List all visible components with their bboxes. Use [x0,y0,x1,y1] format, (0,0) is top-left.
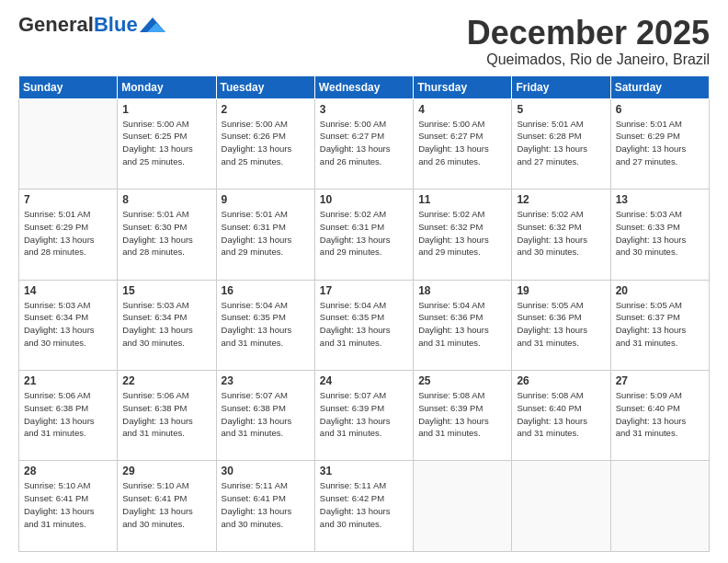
day-info: Sunrise: 5:02 AM Sunset: 6:32 PM Dayligh… [418,208,506,259]
calendar-week-row: 21Sunrise: 5:06 AM Sunset: 6:38 PM Dayli… [19,371,710,461]
calendar-day-cell: 20Sunrise: 5:05 AM Sunset: 6:37 PM Dayli… [610,280,709,370]
calendar-day-header: Wednesday [314,75,413,98]
day-info: Sunrise: 5:04 AM Sunset: 6:36 PM Dayligh… [418,299,506,350]
day-number: 31 [320,465,408,477]
calendar-day-header: Tuesday [216,75,314,98]
calendar-day-header: Thursday [414,75,512,98]
calendar-day-cell: 30Sunrise: 5:11 AM Sunset: 6:41 PM Dayli… [216,461,314,552]
day-info: Sunrise: 5:03 AM Sunset: 6:33 PM Dayligh… [616,208,704,259]
calendar-day-cell: 8Sunrise: 5:01 AM Sunset: 6:30 PM Daylig… [118,190,216,280]
day-info: Sunrise: 5:08 AM Sunset: 6:39 PM Dayligh… [418,389,506,440]
title-area: December 2025 Queimados, Rio de Janeiro,… [467,15,710,68]
calendar-day-cell: 15Sunrise: 5:03 AM Sunset: 6:34 PM Dayli… [118,280,216,370]
calendar-day-header: Saturday [610,75,709,98]
calendar-day-header: Friday [512,75,610,98]
day-info: Sunrise: 5:05 AM Sunset: 6:36 PM Dayligh… [517,299,605,350]
logo-icon [140,17,165,32]
calendar-day-cell: 18Sunrise: 5:04 AM Sunset: 6:36 PM Dayli… [414,280,512,370]
calendar-day-header: Monday [118,75,216,98]
calendar-day-cell: 19Sunrise: 5:05 AM Sunset: 6:36 PM Dayli… [512,280,610,370]
day-info: Sunrise: 5:10 AM Sunset: 6:41 PM Dayligh… [24,479,112,530]
day-number: 17 [320,284,408,297]
calendar-day-cell: 27Sunrise: 5:09 AM Sunset: 6:40 PM Dayli… [610,371,709,461]
day-number: 7 [24,193,112,206]
calendar-day-cell: 22Sunrise: 5:06 AM Sunset: 6:38 PM Dayli… [118,371,216,461]
day-number: 14 [24,284,112,297]
calendar-day-cell: 6Sunrise: 5:01 AM Sunset: 6:29 PM Daylig… [610,98,709,189]
day-info: Sunrise: 5:04 AM Sunset: 6:35 PM Dayligh… [222,299,310,350]
day-info: Sunrise: 5:01 AM Sunset: 6:28 PM Dayligh… [517,118,605,168]
day-number: 23 [222,374,310,387]
calendar-week-row: 1Sunrise: 5:00 AM Sunset: 6:25 PM Daylig… [19,98,710,189]
calendar-header-row: SundayMondayTuesdayWednesdayThursdayFrid… [19,75,710,98]
calendar-day-cell [610,461,709,552]
day-info: Sunrise: 5:05 AM Sunset: 6:37 PM Dayligh… [616,299,704,350]
day-info: Sunrise: 5:01 AM Sunset: 6:30 PM Dayligh… [122,208,210,259]
day-number: 27 [616,374,704,387]
day-info: Sunrise: 5:01 AM Sunset: 6:29 PM Dayligh… [24,208,112,259]
calendar-day-cell: 11Sunrise: 5:02 AM Sunset: 6:32 PM Dayli… [414,190,512,280]
page-header: GeneralBlue December 2025 Queimados, Rio… [18,15,710,68]
calendar-day-cell: 7Sunrise: 5:01 AM Sunset: 6:29 PM Daylig… [19,190,118,280]
calendar-day-cell: 13Sunrise: 5:03 AM Sunset: 6:33 PM Dayli… [610,190,709,280]
day-info: Sunrise: 5:00 AM Sunset: 6:26 PM Dayligh… [222,118,310,168]
day-info: Sunrise: 5:01 AM Sunset: 6:31 PM Dayligh… [222,208,310,259]
day-number: 20 [616,284,704,297]
day-info: Sunrise: 5:06 AM Sunset: 6:38 PM Dayligh… [122,389,210,440]
day-info: Sunrise: 5:08 AM Sunset: 6:40 PM Dayligh… [517,389,605,440]
calendar-day-cell: 29Sunrise: 5:10 AM Sunset: 6:41 PM Dayli… [118,461,216,552]
day-number: 1 [122,103,210,116]
logo-blue: Blue [94,13,138,36]
day-info: Sunrise: 5:10 AM Sunset: 6:41 PM Dayligh… [122,479,210,530]
logo-general: General [18,13,94,36]
day-number: 12 [517,193,605,206]
calendar-day-cell: 5Sunrise: 5:01 AM Sunset: 6:28 PM Daylig… [512,98,610,189]
day-info: Sunrise: 5:00 AM Sunset: 6:25 PM Dayligh… [122,118,210,168]
calendar-day-header: Sunday [19,75,118,98]
calendar-day-cell: 10Sunrise: 5:02 AM Sunset: 6:31 PM Dayli… [314,190,413,280]
day-number: 22 [122,374,210,387]
day-info: Sunrise: 5:03 AM Sunset: 6:34 PM Dayligh… [122,299,210,350]
logo-text: GeneralBlue [18,15,138,35]
day-info: Sunrise: 5:01 AM Sunset: 6:29 PM Dayligh… [616,118,704,168]
calendar-day-cell: 2Sunrise: 5:00 AM Sunset: 6:26 PM Daylig… [216,98,314,189]
calendar-day-cell: 26Sunrise: 5:08 AM Sunset: 6:40 PM Dayli… [512,371,610,461]
calendar-day-cell: 9Sunrise: 5:01 AM Sunset: 6:31 PM Daylig… [216,190,314,280]
day-number: 9 [222,193,310,206]
calendar-day-cell: 16Sunrise: 5:04 AM Sunset: 6:35 PM Dayli… [216,280,314,370]
calendar-day-cell: 4Sunrise: 5:00 AM Sunset: 6:27 PM Daylig… [414,98,512,189]
calendar-day-cell: 21Sunrise: 5:06 AM Sunset: 6:38 PM Dayli… [19,371,118,461]
day-info: Sunrise: 5:09 AM Sunset: 6:40 PM Dayligh… [616,389,704,440]
calendar-day-cell: 14Sunrise: 5:03 AM Sunset: 6:34 PM Dayli… [19,280,118,370]
calendar-week-row: 14Sunrise: 5:03 AM Sunset: 6:34 PM Dayli… [19,280,710,370]
day-info: Sunrise: 5:00 AM Sunset: 6:27 PM Dayligh… [418,118,506,168]
day-info: Sunrise: 5:06 AM Sunset: 6:38 PM Dayligh… [24,389,112,440]
day-number: 30 [222,465,310,477]
day-info: Sunrise: 5:03 AM Sunset: 6:34 PM Dayligh… [24,299,112,350]
day-number: 4 [418,103,506,116]
day-info: Sunrise: 5:00 AM Sunset: 6:27 PM Dayligh… [320,118,408,168]
month-title: December 2025 [467,15,710,52]
day-info: Sunrise: 5:02 AM Sunset: 6:32 PM Dayligh… [517,208,605,259]
day-number: 24 [320,374,408,387]
calendar-day-cell: 25Sunrise: 5:08 AM Sunset: 6:39 PM Dayli… [414,371,512,461]
day-info: Sunrise: 5:07 AM Sunset: 6:38 PM Dayligh… [222,389,310,440]
day-info: Sunrise: 5:11 AM Sunset: 6:42 PM Dayligh… [320,479,408,530]
day-number: 13 [616,193,704,206]
calendar-day-cell: 1Sunrise: 5:00 AM Sunset: 6:25 PM Daylig… [118,98,216,189]
day-number: 3 [320,103,408,116]
calendar-week-row: 7Sunrise: 5:01 AM Sunset: 6:29 PM Daylig… [19,190,710,280]
day-number: 19 [517,284,605,297]
day-info: Sunrise: 5:11 AM Sunset: 6:41 PM Dayligh… [222,479,310,530]
day-info: Sunrise: 5:04 AM Sunset: 6:35 PM Dayligh… [320,299,408,350]
day-number: 8 [122,193,210,206]
day-number: 10 [320,193,408,206]
day-number: 26 [517,374,605,387]
day-number: 21 [24,374,112,387]
calendar-day-cell: 3Sunrise: 5:00 AM Sunset: 6:27 PM Daylig… [314,98,413,189]
calendar-day-cell: 17Sunrise: 5:04 AM Sunset: 6:35 PM Dayli… [314,280,413,370]
logo: GeneralBlue [18,15,165,35]
calendar-day-cell: 23Sunrise: 5:07 AM Sunset: 6:38 PM Dayli… [216,371,314,461]
calendar-day-cell: 12Sunrise: 5:02 AM Sunset: 6:32 PM Dayli… [512,190,610,280]
calendar-day-cell [414,461,512,552]
